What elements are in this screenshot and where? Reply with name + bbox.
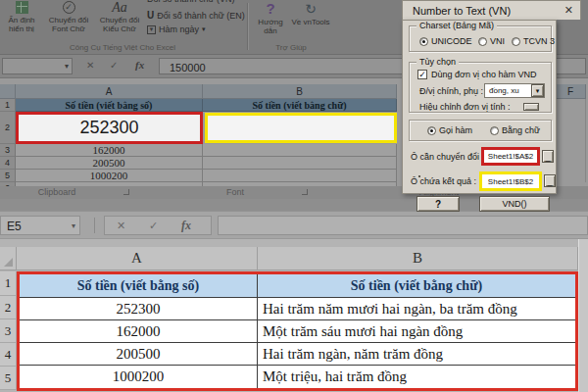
table-row: 252300 Hai trăm năm mươi hai ngàn, ba tr… (20, 298, 575, 320)
column-header-a[interactable]: A (17, 247, 258, 270)
adjust-unit-button[interactable] (523, 103, 539, 111)
mode-group: Gọi hàm Bằng chữ (409, 120, 552, 141)
insert-function-icon[interactable]: fx (135, 59, 144, 71)
range-picker-icon[interactable]: _ (544, 174, 556, 187)
radio-bang-chu-label: Bằng chữ (502, 125, 540, 135)
cancel-icon[interactable]: ✕ (117, 220, 125, 232)
cell-number[interactable]: 200500 (20, 343, 258, 365)
cell-number[interactable]: 162000 (20, 320, 258, 342)
row-number[interactable]: 5 (0, 367, 17, 390)
cell-b2-result[interactable] (205, 113, 397, 143)
select-all-corner[interactable] (0, 247, 17, 270)
row-number[interactable]: 1 (0, 271, 17, 296)
aa-icon: Aa (112, 1, 127, 14)
row-number[interactable]: 4 (0, 157, 16, 170)
name-box[interactable]: ▾ (2, 58, 73, 74)
row-number[interactable]: 2 (0, 112, 16, 144)
cell-number[interactable]: 1000200 (20, 366, 258, 388)
ribbon-item-ham-ngay[interactable]: ▼ Hàm ngày ▾ (147, 24, 206, 34)
radio-unicode-label: UNICODE (431, 36, 472, 46)
unit-dropdown-value: đồng, xu (485, 86, 519, 95)
cell-text[interactable]: Hai trăm năm mươi hai ngàn, ba trăm đồng (258, 298, 575, 319)
radio-bang-chu[interactable] (490, 126, 499, 135)
row-number[interactable]: 3 (0, 319, 17, 343)
formula-input[interactable] (218, 216, 588, 235)
cell-a2-selected[interactable]: 252300 (16, 112, 203, 144)
ribbon-group-vietnamese-tools: Công Cụ Tiếng Việt Cho Excel (0, 43, 245, 52)
divider (94, 218, 95, 233)
radio-goi-ham-label: Gọi hàm (439, 125, 472, 135)
column-header-a[interactable]: A (16, 84, 203, 99)
radio-tcvn3[interactable] (512, 37, 520, 46)
radio-unicode[interactable] (419, 37, 428, 46)
table-header-a[interactable]: Số tiền (viết bằng số) (20, 274, 258, 297)
cell-b1[interactable]: Số tiền (viết bằng chữ) (203, 99, 397, 112)
cell-b5[interactable] (203, 170, 397, 182)
unit-label: Đ/vị chính, phụ : (419, 86, 483, 96)
column-header-f[interactable]: F (556, 84, 586, 99)
table-row: 1000200 Một triệu, hai trăm đồng (20, 366, 575, 388)
ribbon-group-font: Font (206, 187, 265, 197)
select-all-triangle-icon (4, 258, 13, 267)
column-header-b[interactable]: B (258, 247, 578, 270)
insert-function-icon[interactable]: fx (181, 219, 191, 233)
ribbon-button-label: Chuyển đổi Font Chữ (43, 16, 94, 33)
row-number[interactable]: 3 (0, 144, 16, 157)
ribbon-item-doi-so-vn[interactable]: Đổi số thành chữ (VN) (147, 0, 235, 4)
result-table: Số tiền (viết bằng số) Số tiền (viết bằn… (17, 271, 578, 391)
vnd-button[interactable]: VND() (479, 196, 550, 212)
close-icon[interactable]: ✕ (564, 4, 573, 17)
row-number[interactable]: 4 (0, 343, 17, 367)
source-cell-field[interactable]: Sheet1!$A$2 (481, 147, 540, 166)
enter-icon[interactable]: ✓ (149, 220, 158, 232)
name-box-value: E5 (7, 220, 22, 233)
table-header-b[interactable]: Số tiền (viết bằng chữ) (258, 274, 575, 297)
help-button[interactable]: ? (416, 196, 460, 212)
dialog-launcher-icon[interactable] (123, 189, 129, 195)
name-box[interactable]: E5 ▾ (0, 216, 80, 235)
ribbon-item-label: Đổi số thành chữ (EN) (157, 11, 245, 21)
cell-text[interactable]: Một triệu, hai trăm đồng (258, 366, 575, 388)
ribbon-button-ve-vntools[interactable]: ↻ Về vnTools (290, 2, 331, 26)
column-header-b[interactable]: B (203, 84, 397, 99)
cell-a3[interactable]: 162000 (16, 144, 203, 157)
unit-dropdown[interactable]: đồng, xu ▾ (484, 83, 545, 98)
cell-b4[interactable] (203, 157, 397, 170)
cell-number[interactable]: 252300 (20, 298, 258, 319)
checkbox-vnd-unit[interactable]: ✓ (417, 70, 427, 79)
cell-a5[interactable]: 1000200 (16, 170, 203, 182)
enter-icon[interactable]: ✓ (110, 60, 118, 71)
dialog-title-bar[interactable]: Number to Text (VN) ✕ (402, 0, 581, 20)
ribbon-button-chuyen-doi-kieu[interactable]: Aa Chuyển đổi Kiểu Chữ (96, 1, 143, 33)
radio-goi-ham[interactable] (427, 126, 436, 135)
range-picker-icon[interactable]: _ (542, 150, 554, 163)
row-number[interactable]: 2 (0, 296, 17, 319)
sheet-right-margin (578, 239, 588, 392)
radio-vni-label: VNI (490, 36, 505, 46)
column-f-cells (556, 99, 586, 182)
select-all-corner[interactable] (0, 84, 16, 99)
result-cell-field[interactable]: Sheet1!$B$2 (479, 172, 542, 191)
dialog-launcher-icon[interactable] (302, 189, 308, 195)
ribbon-button-chuyen-doi-font[interactable]: ✓ Chuyển đổi Font Chữ (43, 1, 94, 33)
source-cell-value: Sheet1!$A$2 (488, 152, 533, 161)
cell-a4[interactable]: 200500 (16, 157, 203, 170)
formula-value: 150000 (170, 62, 206, 74)
radio-vni[interactable] (478, 37, 487, 46)
ribbon-separator (247, 3, 248, 50)
cell-b3[interactable] (203, 144, 397, 157)
ribbon-button-an-dinh[interactable]: Ấn định hiển thị (2, 1, 41, 33)
options-group: Tùy chọn ✓ Dùng đơn vị cho hàm VND Đ/vị … (409, 62, 552, 113)
formula-bar-bottom: E5 ▾ ✕ ✓ fx (0, 211, 588, 239)
ribbon-button-huong-dan[interactable]: ? Hướng dẫn (253, 2, 288, 35)
radio-tcvn3-label: TCVN 3 (523, 36, 555, 46)
cell-a1[interactable]: Số tiền (viết bằng số) (16, 99, 203, 112)
cancel-icon[interactable]: ✕ (86, 60, 94, 71)
ribbon-group-help: Trợ Giúp (249, 43, 333, 52)
dropdown-arrow-icon[interactable]: ▾ (531, 84, 544, 97)
cell-text[interactable]: Một trăm sáu mươi hai ngàn đồng (258, 320, 575, 342)
row-number[interactable]: 5 (0, 170, 16, 182)
cell-text[interactable]: Hai trăm ngàn, năm trăm đồng (258, 343, 575, 365)
row-number[interactable]: 1 (0, 99, 16, 112)
ribbon-item-doi-so-en[interactable]: U Đổi số thành chữ (EN) (147, 10, 245, 21)
